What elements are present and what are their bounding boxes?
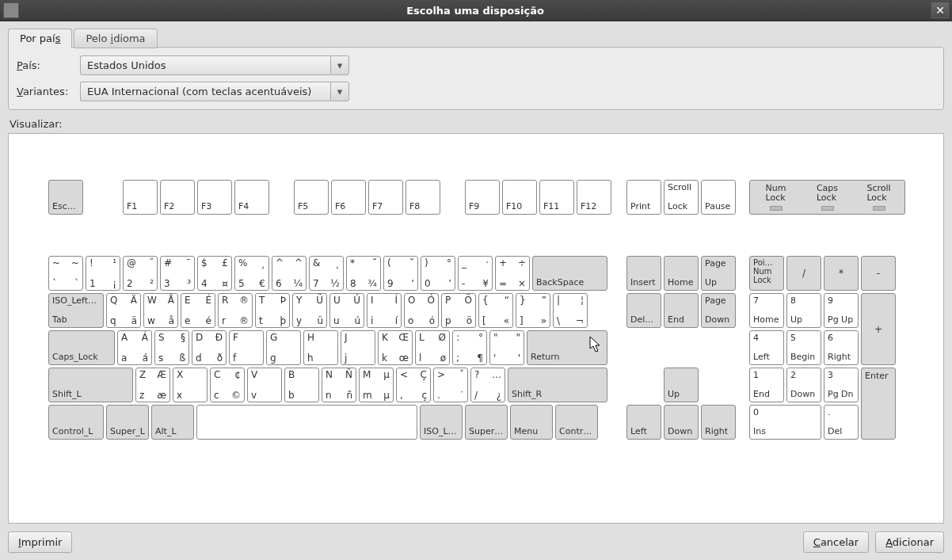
key-bs: |¦\¬ bbox=[553, 293, 588, 328]
key-np-8: 8Up bbox=[786, 293, 821, 328]
variant-label-post: ariantes: bbox=[23, 86, 68, 97]
key-page-down: PageDown bbox=[701, 293, 736, 328]
key-f3: F3 bbox=[197, 180, 232, 215]
tab-by-language-label-pre: Pelo bbox=[86, 32, 110, 44]
country-combo[interactable]: Estados Unidos ▾ bbox=[80, 55, 349, 75]
chevron-down-icon: ▾ bbox=[337, 86, 343, 97]
key-delete: Del… bbox=[626, 293, 661, 328]
key-space bbox=[196, 405, 417, 440]
key-t: TÞtþ bbox=[255, 293, 290, 328]
variant-combo-value: EUA Internacional (com teclas acentuávei… bbox=[80, 82, 330, 101]
key-s: S§sß bbox=[154, 330, 189, 365]
close-button[interactable]: ✕ bbox=[931, 2, 949, 18]
key-g: Gg bbox=[266, 330, 301, 365]
key-m: Mµmµ bbox=[359, 368, 394, 402]
key-shift-left: Shift_L bbox=[48, 368, 133, 402]
key-np-6: 6Right bbox=[824, 330, 859, 365]
country-label-post: aís: bbox=[22, 59, 40, 71]
key-f2: F2 bbox=[160, 180, 195, 215]
variant-combo[interactable]: EUA Internacional (com teclas acentuávei… bbox=[80, 82, 349, 101]
country-combo-button[interactable]: ▾ bbox=[330, 55, 349, 75]
key-tilde: ~~`` bbox=[48, 256, 83, 291]
key-pause: Pause bbox=[701, 180, 736, 215]
key-lb: {“[« bbox=[478, 293, 513, 328]
variant-label: Variantes: bbox=[17, 86, 80, 97]
key-n: NÑnñ bbox=[322, 368, 356, 402]
key-ctrl_l: Control_L bbox=[48, 405, 104, 440]
key-d7: &˛7½ bbox=[309, 256, 344, 291]
variant-combo-button[interactable]: ▾ bbox=[330, 82, 349, 101]
key-np-4: 4Left bbox=[749, 330, 784, 365]
key-f6: F6 bbox=[331, 180, 366, 215]
key-x: Xx bbox=[173, 368, 208, 402]
titlebar: Escolha uma disposição ✕ bbox=[0, 0, 952, 21]
tab-by-country-label-u: s bbox=[55, 32, 61, 44]
key-f4: F4 bbox=[234, 180, 269, 215]
key-o: OÓoó bbox=[404, 293, 439, 328]
key-j: Jj bbox=[341, 330, 375, 365]
key-f12: F12 bbox=[577, 180, 611, 215]
key-f7: F7 bbox=[368, 180, 403, 215]
key-arrow-right: Right bbox=[701, 405, 736, 440]
key-np-5: 5Begin bbox=[786, 330, 821, 365]
key-semi: :°;¶ bbox=[452, 330, 487, 365]
key-ctrl_r: Contr… bbox=[555, 405, 598, 440]
cancel-button[interactable]: Cancelar bbox=[803, 531, 869, 553]
key-d4: $£4¤ bbox=[197, 256, 232, 291]
key-d1: !¹1¡ bbox=[86, 256, 120, 291]
add-button-post: dicionar bbox=[893, 536, 934, 548]
print-button[interactable]: Imprimir bbox=[8, 531, 72, 553]
tab-by-country-label-pre: Por paí bbox=[20, 32, 55, 44]
key-k: KŒkœ bbox=[378, 330, 413, 365]
key-print: Print bbox=[626, 180, 661, 215]
print-button-post: mprimir bbox=[21, 536, 63, 548]
key-shift-right: Shift_R bbox=[508, 368, 607, 402]
variant-label-u: V bbox=[17, 86, 23, 97]
key-menu: Menu bbox=[510, 405, 553, 440]
key-d2: @˝2² bbox=[123, 256, 158, 291]
key-page-up: PageUp bbox=[701, 256, 736, 291]
key-insert: Insert bbox=[626, 256, 661, 291]
key-c: C¢c© bbox=[210, 368, 245, 402]
tab-by-country[interactable]: Por país bbox=[8, 29, 72, 48]
chevron-down-icon: ▾ bbox=[337, 59, 343, 71]
key-f9: F9 bbox=[465, 180, 500, 215]
key-quote: ""'' bbox=[489, 330, 524, 365]
key-backspace: BackSpace bbox=[532, 256, 607, 291]
key-np-7: 7Home bbox=[749, 293, 784, 328]
key-tab: ISO_Left…Tab bbox=[48, 293, 104, 328]
tab-bar: Por país Pelo idioma bbox=[8, 28, 944, 48]
key-d5: %¸5€ bbox=[234, 256, 269, 291]
key-np-2: 2Down bbox=[786, 368, 821, 402]
key-v: Vv bbox=[247, 368, 282, 402]
key-l: LØlø bbox=[415, 330, 450, 365]
key-super_l: Super_L bbox=[106, 405, 149, 440]
tab-by-language[interactable]: Pelo idioma bbox=[74, 29, 157, 48]
key-np-subtract: - bbox=[861, 256, 896, 291]
key-isol: ISO_L… bbox=[420, 405, 463, 440]
key-d3: #¯3³ bbox=[160, 256, 195, 291]
key-r: R®r® bbox=[218, 293, 253, 328]
key-f: Ff bbox=[229, 330, 264, 365]
key-f8: F8 bbox=[406, 180, 440, 215]
preview-label: Visualizar: bbox=[10, 118, 942, 130]
key-dot: >ˇ.˙ bbox=[433, 368, 468, 402]
key-y: YÜyü bbox=[292, 293, 327, 328]
key-return: Return bbox=[527, 330, 607, 365]
key-h: Hh bbox=[303, 330, 338, 365]
key-f11: F11 bbox=[539, 180, 574, 215]
key-np-multiply: * bbox=[824, 256, 859, 291]
key-b: Bb bbox=[284, 368, 319, 402]
key-np-enter: Enter bbox=[861, 368, 896, 440]
key-np-divide: / bbox=[786, 256, 821, 291]
key-scroll-lock: ScrollLock bbox=[664, 180, 699, 215]
key-equal: +÷=× bbox=[495, 256, 530, 291]
window-title: Escolha uma disposição bbox=[19, 5, 931, 17]
add-button[interactable]: Adicionar bbox=[875, 531, 944, 553]
cancel-button-u: C bbox=[813, 536, 821, 548]
key-minus: _·-¥ bbox=[458, 256, 493, 291]
keyboard-preview: Esc…F1F2F3F4F5F6F7F8F9F10F11F12PrintScro… bbox=[8, 133, 944, 524]
key-d0: )°0’ bbox=[421, 256, 455, 291]
key-q: QÄqä bbox=[106, 293, 141, 328]
country-combo-value: Estados Unidos bbox=[80, 55, 330, 75]
